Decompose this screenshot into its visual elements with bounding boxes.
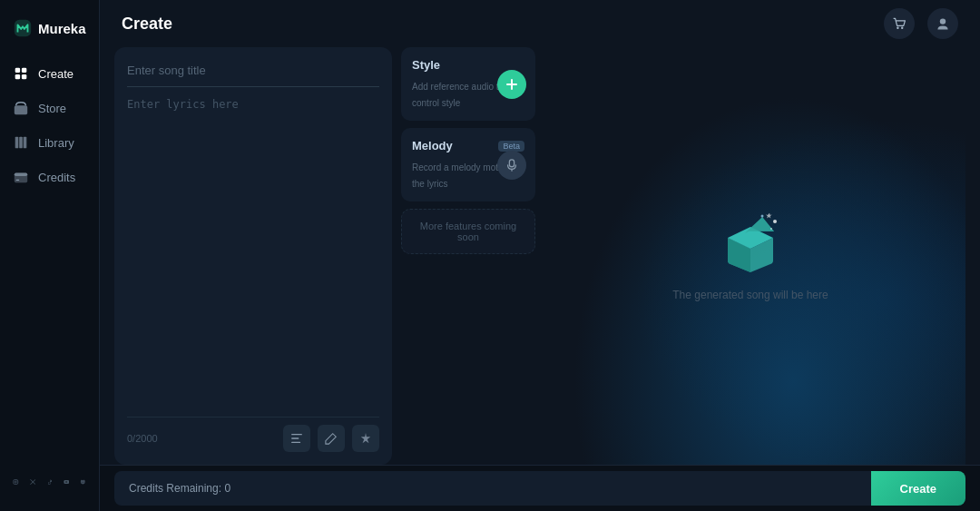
empty-state-text: The generated song will be here	[672, 289, 828, 301]
library-icon	[13, 134, 29, 151]
footer-icons	[283, 425, 379, 452]
sidebar-item-credits[interactable]: Credits	[0, 160, 99, 194]
char-count: 0/2000	[127, 433, 158, 444]
svg-rect-2	[22, 68, 26, 73]
user-icon	[936, 16, 950, 31]
svg-rect-5	[15, 105, 27, 114]
plus-icon	[505, 78, 518, 91]
cart-button[interactable]	[884, 8, 915, 39]
header-actions	[884, 8, 958, 39]
right-panel: The generated song will be here	[535, 47, 965, 465]
lyrics-input[interactable]	[127, 96, 379, 408]
credits-icon	[13, 169, 29, 185]
sidebar-item-library-label: Library	[38, 136, 74, 150]
song-input-card: 0/2000	[114, 47, 392, 465]
svg-rect-3	[15, 74, 20, 79]
create-button[interactable]: Create	[871, 471, 965, 506]
svg-point-14	[16, 480, 17, 481]
page-title: Create	[122, 15, 172, 34]
logo[interactable]: Mureka	[0, 13, 99, 56]
text-icon	[290, 432, 303, 445]
magic-icon	[359, 432, 372, 445]
svg-point-18	[83, 482, 84, 483]
svg-point-19	[897, 27, 898, 29]
style-card[interactable]: Style Add reference audio to control sty…	[401, 47, 535, 121]
svg-point-17	[82, 482, 83, 483]
box-icon-container	[719, 211, 782, 274]
svg-point-21	[940, 18, 946, 24]
svg-rect-4	[22, 74, 26, 79]
main-content: Create	[100, 0, 980, 511]
svg-rect-1	[15, 68, 20, 73]
svg-point-13	[15, 481, 16, 483]
sidebar-item-create[interactable]: Create	[0, 56, 99, 91]
create-icon	[13, 65, 29, 82]
credits-remaining: Credits Remaining: 0	[114, 471, 871, 506]
svg-point-23	[773, 220, 777, 223]
svg-point-25	[770, 228, 772, 230]
song-title-input[interactable]	[127, 60, 379, 87]
tiktok-icon[interactable]	[46, 475, 53, 489]
style-desc: Add reference audio to control style	[412, 82, 504, 108]
melody-title: Melody	[412, 139, 453, 152]
logo-text: Mureka	[38, 21, 86, 36]
svg-point-20	[901, 27, 903, 29]
sidebar-item-store[interactable]: Store	[0, 91, 99, 125]
youtube-icon[interactable]	[64, 475, 70, 489]
svg-rect-22	[509, 159, 514, 166]
melody-card[interactable]: Melody Beta Record a melody motif for th…	[401, 128, 535, 201]
instagram-icon[interactable]	[13, 475, 19, 489]
magic-button[interactable]	[352, 425, 379, 452]
store-icon	[13, 100, 29, 116]
text-format-button[interactable]	[283, 425, 310, 452]
sidebar-item-credits-label: Credits	[38, 171, 75, 184]
melody-record-button[interactable]	[497, 151, 526, 180]
sidebar-item-library[interactable]: Library	[0, 125, 99, 160]
sidebar-social	[0, 466, 99, 498]
user-avatar-button[interactable]	[927, 8, 958, 39]
card-footer: 0/2000	[127, 417, 379, 452]
sidebar-item-create-label: Create	[38, 67, 74, 81]
pen-icon	[325, 432, 338, 445]
more-features-card: More features coming soon	[401, 209, 535, 254]
svg-rect-7	[19, 137, 23, 149]
svg-point-24	[760, 215, 763, 218]
x-icon[interactable]	[30, 475, 36, 489]
sidebar: Mureka Create Store Library Cred	[0, 0, 100, 511]
svg-rect-6	[15, 137, 19, 149]
mureka-logo-icon	[13, 18, 33, 38]
svg-rect-8	[24, 137, 27, 149]
cart-icon	[892, 16, 906, 31]
sidebar-item-store-label: Store	[38, 102, 66, 115]
empty-state: The generated song will be here	[672, 211, 828, 301]
header: Create	[100, 0, 980, 47]
svg-rect-11	[16, 180, 20, 181]
options-panel: Style Add reference audio to control sty…	[401, 47, 535, 465]
svg-rect-10	[15, 173, 27, 177]
more-features-text: More features coming soon	[413, 221, 524, 242]
left-panel: 0/2000	[100, 47, 535, 465]
content-area: 0/2000	[100, 47, 980, 465]
microphone-icon	[506, 159, 517, 172]
bottom-bar: Credits Remaining: 0 Create	[100, 465, 980, 511]
box-icon	[719, 211, 782, 274]
edit-button[interactable]	[318, 425, 345, 452]
style-title: Style	[412, 58, 440, 72]
style-add-button[interactable]	[497, 70, 526, 99]
svg-rect-12	[14, 480, 18, 485]
discord-icon[interactable]	[80, 475, 86, 489]
